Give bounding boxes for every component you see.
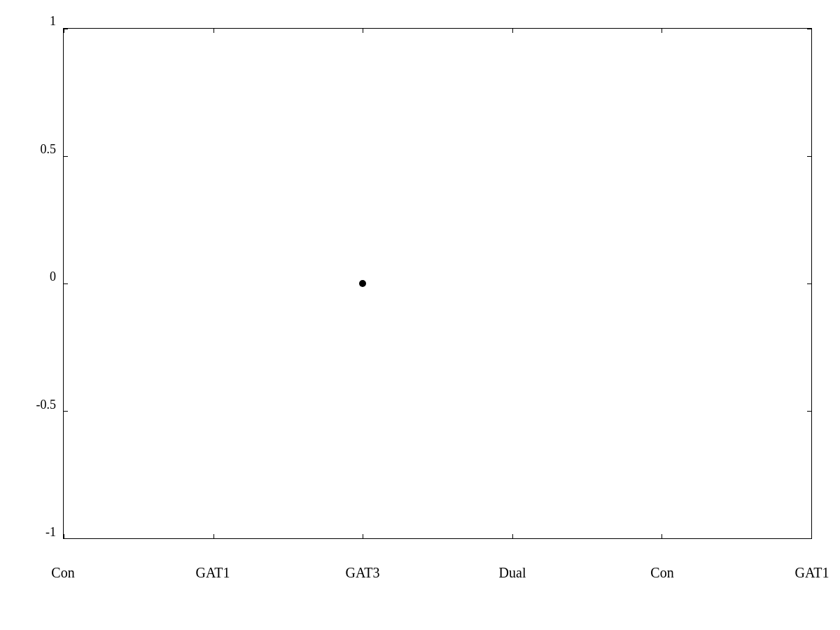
x-tick-mark-bottom [214,534,214,538]
y-tick-label: 1 [14,14,56,29]
chart-container: ConGAT1GAT3DualConGAT1 10.50-0.5-1 [0,0,840,630]
x-tick-mark-bottom [811,534,812,538]
x-tick-label: Con [650,565,673,581]
x-tick-mark-top [64,29,64,33]
y-tick-mark-right [807,411,811,412]
y-tick-label: 0.5 [14,141,56,156]
x-tick-mark-bottom [512,534,513,538]
y-tick-label: -0.5 [14,397,56,412]
x-tick-mark-top [363,29,363,33]
x-tick-mark-bottom [363,534,363,538]
x-tick-mark-bottom [64,534,64,538]
x-tick-label: Dual [499,565,526,581]
y-tick-mark-left [64,156,68,157]
x-tick-mark-bottom [662,534,662,538]
y-tick-label: 0 [14,270,56,284]
chart-area [63,28,812,539]
x-tick-mark-top [811,29,812,33]
x-tick-label: GAT1 [795,565,830,581]
x-tick-label: Con [51,565,74,581]
x-tick-mark-top [662,29,662,33]
y-tick-mark-right [807,284,811,284]
y-tick-mark-left [64,538,68,539]
x-axis-labels: ConGAT1GAT3DualConGAT1 [63,553,812,581]
x-tick-mark-top [214,29,214,33]
x-tick-label: GAT3 [346,565,380,581]
y-tick-label: -1 [14,525,56,540]
data-point [359,280,366,287]
y-tick-mark-right [807,156,811,157]
y-tick-mark-left [64,411,68,412]
y-tick-mark-right [807,538,811,539]
y-tick-mark-left [64,284,68,284]
x-tick-label: GAT1 [196,565,230,581]
x-tick-mark-top [512,29,513,33]
